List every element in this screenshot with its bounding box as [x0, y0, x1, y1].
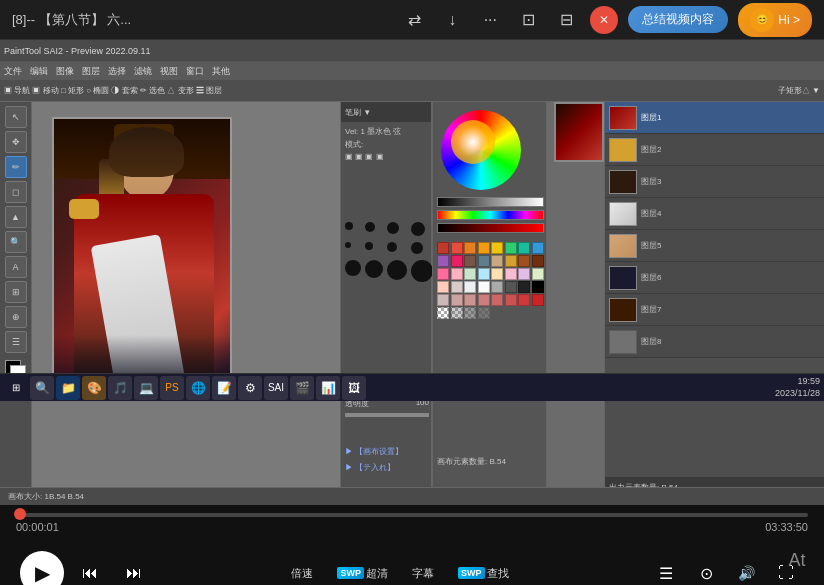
swatch-18[interactable] — [451, 268, 463, 280]
tool-move[interactable]: ✥ — [5, 131, 27, 153]
swatch-13[interactable] — [491, 255, 503, 267]
subtitle-button[interactable]: 字幕 — [406, 562, 440, 585]
play-button[interactable]: ▶ — [20, 551, 64, 585]
progress-bar[interactable] — [16, 513, 808, 517]
taskbar-app-12[interactable]: 🖼 — [342, 376, 366, 400]
swatch-38[interactable] — [505, 294, 517, 306]
summary-button[interactable]: 总结视频内容 — [628, 6, 728, 33]
taskbar-app-4[interactable]: 💻 — [134, 376, 158, 400]
brush-dot-9[interactable] — [411, 242, 423, 254]
hi-button[interactable]: 😊 Hi > — [738, 3, 812, 37]
swatch-31[interactable] — [518, 281, 530, 293]
taskbar-app-11[interactable]: 📊 — [316, 376, 340, 400]
tool-eraser[interactable]: ◻ — [5, 181, 27, 203]
swatch-24[interactable] — [532, 268, 544, 280]
layer-item-2[interactable]: 图层2 — [605, 134, 824, 166]
taskbar-app-1[interactable]: 📁 — [56, 376, 80, 400]
swatch-25[interactable] — [437, 281, 449, 293]
layer-item-4[interactable]: 图层4 — [605, 198, 824, 230]
swatch-23[interactable] — [518, 268, 530, 280]
layer-item-5[interactable]: 图层5 — [605, 230, 824, 262]
brush-dot-13[interactable] — [387, 260, 407, 280]
swatch-29[interactable] — [491, 281, 503, 293]
next-button[interactable]: ⏭ — [116, 555, 152, 585]
swatch-21[interactable] — [491, 268, 503, 280]
brush-dot-3[interactable] — [387, 222, 399, 234]
swatch-39[interactable] — [518, 294, 530, 306]
swatch-35[interactable] — [464, 294, 476, 306]
swatch-26[interactable] — [451, 281, 463, 293]
more-button[interactable]: ··· — [476, 6, 504, 34]
volume-button[interactable]: 🔊 — [728, 555, 764, 585]
prev-button[interactable]: ⏮ — [72, 555, 108, 585]
taskbar-app-10[interactable]: 🎬 — [290, 376, 314, 400]
tool-text[interactable]: A — [5, 256, 27, 278]
swatch-19[interactable] — [464, 268, 476, 280]
brush-dot-2[interactable] — [365, 222, 375, 232]
download-button[interactable]: ↓ — [438, 6, 466, 34]
taskbar-app-5[interactable]: PS — [160, 376, 184, 400]
search-button[interactable]: SWP 查找 — [452, 562, 515, 585]
canvas-settings-link[interactable]: ▶ 【画布设置】 — [345, 446, 403, 457]
settings-button[interactable]: ⊙ — [688, 555, 724, 585]
speed-button[interactable]: 倍速 — [285, 562, 319, 585]
swatch-27[interactable] — [464, 281, 476, 293]
tool-brush[interactable]: ✏ — [5, 156, 27, 178]
swatch-1[interactable] — [437, 242, 449, 254]
tool-select[interactable]: ↖ — [5, 106, 27, 128]
swatch-5[interactable] — [491, 242, 503, 254]
swatch-32[interactable] — [532, 281, 544, 293]
fullscreen-button[interactable]: ⛶ — [768, 555, 804, 585]
swatch-30[interactable] — [505, 281, 517, 293]
swatch-16[interactable] — [532, 255, 544, 267]
swatch-transparent-3[interactable] — [464, 307, 476, 319]
tool-zoom[interactable]: ⊕ — [5, 306, 27, 328]
red-strip[interactable] — [437, 223, 544, 233]
swatch-17[interactable] — [437, 268, 449, 280]
swatch-transparent-2[interactable] — [451, 307, 463, 319]
start-button[interactable]: ⊞ — [4, 376, 28, 400]
taskbar-app-7[interactable]: 📝 — [212, 376, 236, 400]
brush-dot-8[interactable] — [387, 242, 397, 252]
close-button[interactable]: ✕ — [590, 6, 618, 34]
swatch-3[interactable] — [464, 242, 476, 254]
swatch-33[interactable] — [437, 294, 449, 306]
progress-handle[interactable] — [14, 508, 26, 520]
swatch-36[interactable] — [478, 294, 490, 306]
brush-dot-4[interactable] — [411, 222, 425, 236]
hue-strip[interactable] — [437, 210, 544, 220]
tool-pan[interactable]: ☰ — [5, 331, 27, 353]
brush-dot-1[interactable] — [345, 222, 353, 230]
swatch-15[interactable] — [518, 255, 530, 267]
swatch-transparent-4[interactable] — [478, 307, 490, 319]
layer-item-6[interactable]: 图层6 — [605, 262, 824, 294]
swatch-8[interactable] — [532, 242, 544, 254]
swatch-7[interactable] — [518, 242, 530, 254]
swatch-20[interactable] — [478, 268, 490, 280]
tool-eyedropper[interactable]: 🔍 — [5, 231, 27, 253]
swatch-10[interactable] — [451, 255, 463, 267]
swatch-12[interactable] — [478, 255, 490, 267]
canvas-settings-link2[interactable]: ▶ 【テ入れ】 — [345, 462, 395, 473]
value-strip[interactable] — [437, 197, 544, 207]
playlist-button[interactable]: ☰ — [648, 555, 684, 585]
taskbar-app-9[interactable]: SAI — [264, 376, 288, 400]
swatch-22[interactable] — [505, 268, 517, 280]
brush-dot-14[interactable] — [411, 260, 433, 282]
layer-item-3[interactable]: 图层3 — [605, 166, 824, 198]
brush-dot-12[interactable] — [365, 260, 383, 278]
taskbar-app-6[interactable]: 🌐 — [186, 376, 210, 400]
tool-fill[interactable]: ▲ — [5, 206, 27, 228]
swatch-6[interactable] — [505, 242, 517, 254]
swatch-11[interactable] — [464, 255, 476, 267]
share-button[interactable]: ⇄ — [400, 6, 428, 34]
taskbar-app-8[interactable]: ⚙ — [238, 376, 262, 400]
swatch-9[interactable] — [437, 255, 449, 267]
brush-dot-6[interactable] — [345, 242, 351, 248]
tool-transform[interactable]: ⊞ — [5, 281, 27, 303]
swatch-4[interactable] — [478, 242, 490, 254]
taskbar-search[interactable]: 🔍 — [30, 376, 54, 400]
swatch-2[interactable] — [451, 242, 463, 254]
taskbar-app-3[interactable]: 🎵 — [108, 376, 132, 400]
taskbar-app-2[interactable]: 🎨 — [82, 376, 106, 400]
